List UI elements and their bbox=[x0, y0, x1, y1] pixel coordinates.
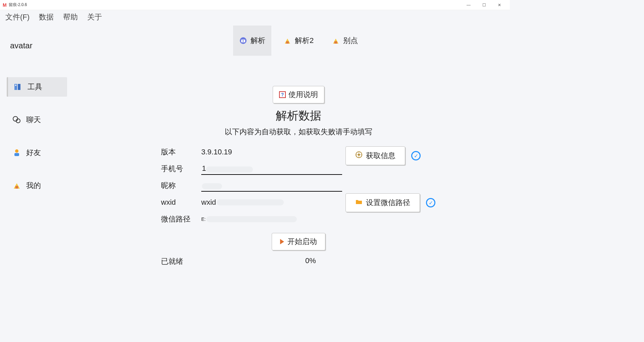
house-icon bbox=[332, 37, 340, 45]
help-button[interactable]: ? 使用说明 bbox=[273, 86, 324, 103]
avatar: avatar bbox=[10, 41, 87, 50]
friends-icon bbox=[12, 148, 21, 157]
maximize-button[interactable]: ☐ bbox=[476, 0, 492, 10]
status-row: 已就绪 0% bbox=[161, 256, 436, 266]
start-label: 开始启动 bbox=[287, 237, 317, 247]
path-label: 微信路径 bbox=[161, 214, 201, 224]
check-icon: ✓ bbox=[411, 151, 421, 160]
sidebar-item-label: 工具 bbox=[28, 82, 42, 92]
set-path-label: 设置微信路径 bbox=[366, 198, 410, 208]
get-info-button[interactable]: 获取信息 bbox=[345, 146, 405, 165]
section-subtitle: 以下内容为自动获取，如获取失败请手动填写 bbox=[225, 127, 372, 137]
window-title: 留痕-2.0.6 bbox=[9, 2, 27, 8]
sidebar-item-mine[interactable]: 我的 bbox=[7, 176, 67, 195]
main-panel: 解析 解析2 别点 ? 使用说明 解析数据 以下内容为自动获取，如获取失败请手动… bbox=[87, 24, 510, 268]
svg-point-11 bbox=[243, 40, 244, 42]
camera-icon bbox=[239, 37, 247, 45]
tab-label: 解析2 bbox=[295, 36, 314, 46]
sidebar: avatar 工具 聊天 好友 bbox=[0, 24, 87, 268]
close-button[interactable]: ✕ bbox=[492, 0, 507, 10]
play-icon bbox=[280, 239, 284, 244]
minimize-icon: — bbox=[467, 3, 471, 7]
get-info-label: 获取信息 bbox=[366, 151, 395, 161]
row-path: 微信路径 E: bbox=[161, 211, 436, 228]
start-button[interactable]: 开始启动 bbox=[272, 233, 325, 250]
svg-point-2 bbox=[15, 85, 16, 86]
svg-point-5 bbox=[15, 149, 18, 153]
svg-rect-15 bbox=[334, 41, 337, 44]
phone-input[interactable]: 1 bbox=[202, 164, 206, 173]
tab-dontclick[interactable]: 别点 bbox=[326, 26, 364, 56]
redacted bbox=[206, 166, 253, 173]
maximize-icon: ☐ bbox=[482, 3, 486, 7]
tab-label: 解析 bbox=[251, 36, 265, 46]
wxid-value: wxid bbox=[201, 198, 216, 207]
redacted bbox=[217, 199, 284, 205]
mine-icon bbox=[12, 181, 21, 190]
redacted bbox=[206, 216, 297, 222]
tab-parse[interactable]: 解析 bbox=[233, 26, 271, 56]
svg-rect-1 bbox=[18, 84, 20, 90]
close-icon: ✕ bbox=[498, 3, 501, 7]
menu-about[interactable]: 关于 bbox=[85, 11, 105, 23]
help-button-label: 使用说明 bbox=[288, 90, 318, 100]
tabs: 解析 解析2 别点 bbox=[233, 26, 364, 56]
question-icon: ? bbox=[279, 91, 286, 98]
minimize-button[interactable]: — bbox=[461, 0, 476, 10]
tab-parse2[interactable]: 解析2 bbox=[277, 26, 320, 56]
sidebar-item-label: 好友 bbox=[26, 148, 41, 158]
sidebar-item-chat[interactable]: 聊天 bbox=[7, 110, 67, 130]
version-value: 3.9.10.19 bbox=[201, 148, 232, 156]
sidebar-item-friends[interactable]: 好友 bbox=[7, 143, 67, 162]
app-logo: M bbox=[3, 2, 7, 8]
path-value: E: bbox=[201, 216, 206, 222]
titlebar: M 留痕-2.0.6 — ☐ ✕ bbox=[0, 0, 510, 10]
menubar: 文件(F) 数据 帮助 关于 bbox=[0, 10, 510, 24]
status-progress: 0% bbox=[305, 256, 316, 266]
version-label: 版本 bbox=[161, 147, 201, 157]
sidebar-item-label: 我的 bbox=[26, 181, 41, 191]
set-path-button[interactable]: 设置微信路径 bbox=[345, 193, 420, 212]
phone-label: 手机号 bbox=[161, 164, 201, 174]
folder-icon bbox=[355, 198, 363, 207]
menu-help[interactable]: 帮助 bbox=[60, 11, 80, 23]
menu-file[interactable]: 文件(F) bbox=[3, 11, 32, 23]
svg-rect-6 bbox=[14, 153, 19, 156]
row-nick: 昵称 bbox=[161, 177, 436, 194]
tools-icon bbox=[13, 82, 23, 92]
house-icon bbox=[283, 37, 291, 45]
redacted bbox=[202, 183, 222, 189]
svg-rect-8 bbox=[15, 186, 18, 189]
section-title: 解析数据 bbox=[276, 108, 321, 124]
chat-icon bbox=[12, 115, 21, 125]
wxid-label: wxid bbox=[161, 198, 201, 207]
sidebar-item-label: 聊天 bbox=[26, 115, 41, 125]
tab-label: 别点 bbox=[343, 36, 358, 46]
check-icon: ✓ bbox=[426, 198, 435, 207]
radio-icon bbox=[355, 151, 363, 160]
svg-rect-13 bbox=[286, 41, 289, 44]
nick-label: 昵称 bbox=[161, 181, 201, 191]
sidebar-item-tools[interactable]: 工具 bbox=[7, 77, 67, 97]
menu-data[interactable]: 数据 bbox=[36, 11, 56, 23]
status-ready: 已就绪 bbox=[161, 256, 305, 266]
